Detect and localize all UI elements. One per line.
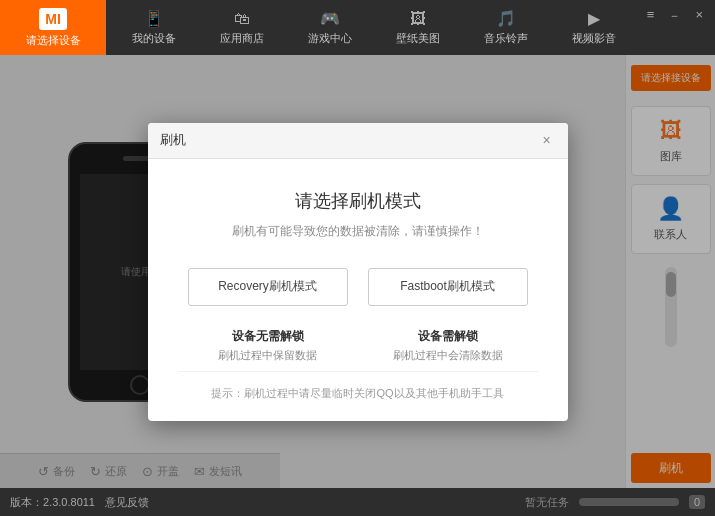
version-text: 版本：2.3.0.8011 (10, 495, 95, 510)
dialog-main-title: 请选择刷机模式 (178, 189, 538, 213)
topbar-nav: 📱 我的设备 🛍 应用商店 🎮 游戏中心 🖼 壁纸美图 🎵 音乐铃声 ▶ 视频影… (106, 0, 643, 55)
game-icon: 🎮 (320, 9, 340, 28)
mi-logo-icon: MI (39, 8, 67, 30)
nav-my-device-label: 我的设备 (132, 31, 176, 46)
store-icon: 🛍 (234, 10, 250, 28)
menu-icon[interactable]: ≡ (643, 5, 659, 24)
dialog-subtitle: 刷机有可能导致您的数据被清除，请谨慎操作！ (178, 223, 538, 240)
recovery-sub: 刷机过程中保留数据 (188, 348, 348, 363)
task-progress-bar (579, 498, 679, 506)
nav-game-center[interactable]: 🎮 游戏中心 (286, 0, 374, 55)
dialog-options: Recovery刷机模式 Fastboot刷机模式 (178, 268, 538, 306)
video-icon: ▶ (588, 9, 600, 28)
fastboot-sub: 刷机过程中会清除数据 (368, 348, 528, 363)
app-logo: MI 请选择设备 (0, 0, 106, 55)
fastboot-title: 设备需解锁 (368, 328, 528, 345)
nav-music[interactable]: 🎵 音乐铃声 (462, 0, 550, 55)
window-controls: ≡ － × (643, 0, 715, 55)
dialog-overlay: 刷机 × 请选择刷机模式 刷机有可能导致您的数据被清除，请谨慎操作！ Recov… (0, 55, 715, 488)
nav-video[interactable]: ▶ 视频影音 (550, 0, 638, 55)
recovery-description: 设备无需解锁 刷机过程中保留数据 (188, 328, 348, 363)
dialog-body: 请选择刷机模式 刷机有可能导致您的数据被清除，请谨慎操作！ Recovery刷机… (148, 159, 568, 421)
no-task-text: 暂无任务 (525, 495, 569, 510)
dialog-title: 刷机 (160, 131, 186, 149)
recovery-mode-button[interactable]: Recovery刷机模式 (188, 268, 348, 306)
task-count-badge: 0 (689, 495, 705, 509)
wallpaper-icon: 🖼 (410, 10, 426, 28)
main-area: 请使用U ↺ 备份 ↻ 还原 ⊙ 开盖 ✉ 发短讯 (0, 55, 715, 488)
nav-music-label: 音乐铃声 (484, 31, 528, 46)
dialog-titlebar: 刷机 × (148, 123, 568, 159)
flash-dialog: 刷机 × 请选择刷机模式 刷机有可能导致您的数据被清除，请谨慎操作！ Recov… (148, 123, 568, 421)
nav-wallpaper[interactable]: 🖼 壁纸美图 (374, 0, 462, 55)
nav-my-device[interactable]: 📱 我的设备 (110, 0, 198, 55)
notice-text: 提示：刷机过程中请尽量临时关闭QQ以及其他手机助手工具 (211, 387, 503, 399)
dialog-notice: 提示：刷机过程中请尽量临时关闭QQ以及其他手机助手工具 (178, 371, 538, 401)
option-descriptions: 设备无需解锁 刷机过程中保留数据 设备需解锁 刷机过程中会清除数据 (178, 328, 538, 363)
fastboot-description: 设备需解锁 刷机过程中会清除数据 (368, 328, 528, 363)
feedback-button[interactable]: 意见反馈 (105, 495, 149, 510)
logo-text: 请选择设备 (26, 33, 81, 48)
phone-icon: 📱 (144, 9, 164, 28)
statusbar: 版本：2.3.0.8011 意见反馈 暂无任务 0 (0, 488, 715, 516)
fastboot-mode-button[interactable]: Fastboot刷机模式 (368, 268, 528, 306)
nav-app-store[interactable]: 🛍 应用商店 (198, 0, 286, 55)
recovery-title: 设备无需解锁 (188, 328, 348, 345)
nav-app-store-label: 应用商店 (220, 31, 264, 46)
nav-video-label: 视频影音 (572, 31, 616, 46)
close-button[interactable]: × (691, 5, 707, 24)
nav-wallpaper-label: 壁纸美图 (396, 31, 440, 46)
nav-game-center-label: 游戏中心 (308, 31, 352, 46)
minimize-button[interactable]: － (664, 5, 685, 27)
music-icon: 🎵 (496, 9, 516, 28)
topbar: MI 请选择设备 📱 我的设备 🛍 应用商店 🎮 游戏中心 🖼 壁纸美图 🎵 音… (0, 0, 715, 55)
dialog-close-button[interactable]: × (538, 131, 556, 149)
